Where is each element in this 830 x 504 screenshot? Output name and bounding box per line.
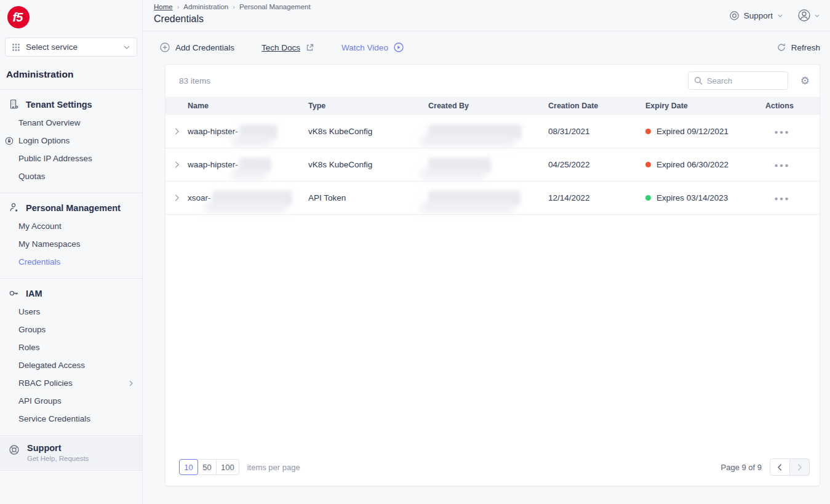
sidebar-item-public-ip-addresses[interactable]: Public IP Addresses <box>0 150 142 167</box>
building-icon <box>9 99 19 110</box>
main-area: Home › Administration › Personal Managem… <box>143 0 830 504</box>
sidebar-item-my-account[interactable]: My Account <box>0 217 142 235</box>
row-expander-icon[interactable] <box>166 161 188 169</box>
status-dot-valid <box>645 195 651 201</box>
lifebuoy-icon <box>9 444 20 462</box>
add-credentials-label: Add Credentials <box>175 43 234 52</box>
table-empty-space <box>166 215 820 450</box>
items-count: 83 items <box>179 76 210 86</box>
sidebar-item-roles[interactable]: Roles <box>0 338 142 356</box>
expiry-label: Expires 03/14/2023 <box>656 193 728 202</box>
nav-group-header-iam[interactable]: IAM <box>0 288 142 298</box>
redacted-text <box>428 191 521 206</box>
creation-date: 08/31/2021 <box>545 127 642 136</box>
key-icon <box>9 288 19 298</box>
refresh-icon <box>776 42 786 52</box>
service-selector[interactable]: Select service <box>5 38 137 57</box>
sidebar-item-label: Tenant Overview <box>18 118 81 127</box>
service-selector-label: Select service <box>26 42 78 52</box>
next-page-button[interactable] <box>789 458 810 476</box>
user-menu-button[interactable] <box>797 8 820 23</box>
column-header-name: Name <box>188 102 308 110</box>
chevron-down-icon <box>814 14 820 18</box>
redacted-text <box>212 191 292 206</box>
support-subtitle: Get Help, Requests <box>27 455 89 462</box>
nav-group-header-tenant-settings[interactable]: Tenant Settings <box>0 99 142 110</box>
sidebar-item-label: Delegated Access <box>18 361 85 370</box>
pagination-bar: 10 50 100 items per page Page 9 of 9 <box>166 450 820 486</box>
sidebar-item-api-groups[interactable]: API Groups <box>0 392 142 410</box>
credential-name: waap-hipster- <box>188 127 238 136</box>
search-box <box>688 71 788 90</box>
watch-video-link[interactable]: Watch Video <box>341 42 404 53</box>
breadcrumb-administration: Administration <box>183 3 228 10</box>
sidebar-section-title: Administration <box>0 57 142 89</box>
page-title: Credentials <box>154 14 311 25</box>
support-menu-button[interactable]: Support <box>729 10 783 21</box>
tech-docs-label: Tech Docs <box>261 43 300 52</box>
row-actions-menu-button[interactable]: ●●● <box>774 162 790 169</box>
sidebar-support[interactable]: Support Get Help, Requests <box>0 435 142 471</box>
sidebar-item-quotas[interactable]: Quotas <box>0 167 142 185</box>
expiry-label: Expired 09/12/2021 <box>656 127 728 136</box>
credential-type: vK8s KubeConfig <box>308 127 428 136</box>
row-expander-icon[interactable] <box>166 194 188 202</box>
nav-group-title: Tenant Settings <box>26 100 92 110</box>
lock-badge-icon <box>5 137 14 145</box>
items-per-page-label: items per page <box>247 463 300 472</box>
f5-logo: f5 <box>7 6 30 28</box>
nav-group-title: Personal Management <box>26 203 121 213</box>
table-row: waap-hipster- vK8s KubeConfig 04/25/2022… <box>166 148 820 182</box>
sidebar-item-tenant-overview[interactable]: Tenant Overview <box>0 114 142 132</box>
sidebar-item-credentials[interactable]: Credentials <box>0 253 142 271</box>
logo-wrap: f5 <box>0 0 142 33</box>
page-indicator: Page 9 of 9 <box>721 463 762 472</box>
row-actions-menu-button[interactable]: ●●● <box>774 195 790 202</box>
nav-group-iam: IAM Users Groups Roles Delegated Access … <box>0 279 142 435</box>
sidebar-item-users[interactable]: Users <box>0 303 142 321</box>
sidebar-item-rbac-policies[interactable]: RBAC Policies <box>0 374 142 392</box>
gear-icon[interactable]: ⚙ <box>800 76 810 86</box>
sidebar-item-label: Service Credentials <box>18 414 90 423</box>
previous-page-button[interactable] <box>770 458 790 476</box>
row-actions-menu-button[interactable]: ●●● <box>774 129 790 135</box>
nav-group-header-personal-management[interactable]: Personal Management <box>0 202 142 213</box>
sidebar-item-label: Groups <box>18 325 46 334</box>
sidebar-item-my-namespaces[interactable]: My Namespaces <box>0 235 142 253</box>
user-avatar-icon <box>797 8 812 23</box>
sidebar-item-label: Public IP Addresses <box>18 154 92 163</box>
search-input[interactable] <box>707 76 782 86</box>
credential-type: API Token <box>308 193 428 202</box>
chevron-right-icon <box>129 380 134 387</box>
table-row: waap-hipster- vK8s KubeConfig 08/31/2021… <box>166 115 820 148</box>
sidebar-item-service-credentials[interactable]: Service Credentials <box>0 410 142 428</box>
watch-video-label: Watch Video <box>341 43 388 52</box>
search-icon <box>694 76 703 85</box>
page-size-50-button[interactable]: 50 <box>198 459 217 475</box>
sidebar-item-label: Quotas <box>18 172 46 181</box>
sidebar: f5 Select service Administration <box>0 0 143 504</box>
nav-group-tenant-settings: Tenant Settings Tenant Overview Login Op… <box>0 90 142 193</box>
sidebar-item-groups[interactable]: Groups <box>0 321 142 338</box>
column-header-type: Type <box>308 102 428 110</box>
creation-date: 12/14/2022 <box>545 193 642 202</box>
credentials-table-card: 83 items ⚙ Name Type Created By Creatio <box>165 64 820 486</box>
grid-icon <box>12 43 20 52</box>
refresh-label: Refresh <box>791 43 820 52</box>
refresh-button[interactable]: Refresh <box>776 42 820 52</box>
status-dot-expired <box>645 129 651 134</box>
credential-name: waap-hipster- <box>188 160 238 169</box>
page-size-100-button[interactable]: 100 <box>216 459 239 475</box>
expiry-label: Expired 06/30/2022 <box>656 160 728 169</box>
column-header-actions: Actions <box>765 102 823 110</box>
breadcrumb-home-link[interactable]: Home <box>154 3 173 10</box>
tech-docs-link[interactable]: Tech Docs <box>261 43 314 52</box>
breadcrumb-separator: › <box>233 3 235 10</box>
row-expander-icon[interactable] <box>166 127 188 135</box>
sidebar-item-login-options[interactable]: Login Options <box>0 132 142 150</box>
plus-circle-icon <box>159 42 170 53</box>
add-credentials-button[interactable]: Add Credentials <box>159 42 234 53</box>
table-header-bar: 83 items ⚙ <box>166 65 820 97</box>
sidebar-item-delegated-access[interactable]: Delegated Access <box>0 356 142 374</box>
page-size-10-button[interactable]: 10 <box>179 459 198 475</box>
